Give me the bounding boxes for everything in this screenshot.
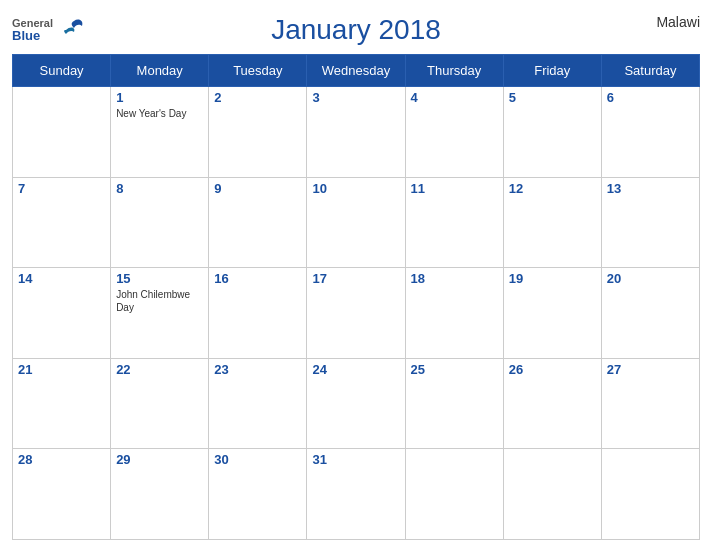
calendar-week-row: 78910111213 xyxy=(13,177,700,268)
calendar-week-row: 1415John Chilembwe Day1617181920 xyxy=(13,268,700,359)
day-number: 18 xyxy=(411,271,498,286)
day-number: 23 xyxy=(214,362,301,377)
day-number: 15 xyxy=(116,271,203,286)
calendar-cell: 22 xyxy=(111,358,209,449)
calendar-cell: 3 xyxy=(307,87,405,178)
calendar-cell: 1New Year's Day xyxy=(111,87,209,178)
day-number: 4 xyxy=(411,90,498,105)
calendar-cell: 15John Chilembwe Day xyxy=(111,268,209,359)
day-number: 1 xyxy=(116,90,203,105)
header-monday: Monday xyxy=(111,55,209,87)
calendar-page: General Blue January 2018 Malawi Sunday … xyxy=(0,0,712,550)
page-title: January 2018 xyxy=(271,14,441,46)
page-header: General Blue January 2018 Malawi xyxy=(12,10,700,54)
header-friday: Friday xyxy=(503,55,601,87)
header-tuesday: Tuesday xyxy=(209,55,307,87)
day-number: 14 xyxy=(18,271,105,286)
weekday-header-row: Sunday Monday Tuesday Wednesday Thursday… xyxy=(13,55,700,87)
calendar-cell: 28 xyxy=(13,449,111,540)
calendar-cell: 2 xyxy=(209,87,307,178)
day-number: 2 xyxy=(214,90,301,105)
calendar-week-row: 28293031 xyxy=(13,449,700,540)
logo: General Blue xyxy=(12,16,84,44)
calendar-cell: 13 xyxy=(601,177,699,268)
day-number: 30 xyxy=(214,452,301,467)
calendar-cell: 4 xyxy=(405,87,503,178)
day-number: 11 xyxy=(411,181,498,196)
country-label: Malawi xyxy=(656,14,700,30)
event-label: New Year's Day xyxy=(116,107,203,120)
calendar-cell: 10 xyxy=(307,177,405,268)
calendar-cell: 16 xyxy=(209,268,307,359)
calendar-week-row: 21222324252627 xyxy=(13,358,700,449)
logo-bird-icon xyxy=(56,16,84,44)
calendar-cell: 11 xyxy=(405,177,503,268)
calendar-cell: 30 xyxy=(209,449,307,540)
calendar-cell: 18 xyxy=(405,268,503,359)
calendar-cell: 29 xyxy=(111,449,209,540)
header-sunday: Sunday xyxy=(13,55,111,87)
calendar-cell: 20 xyxy=(601,268,699,359)
calendar-cell: 7 xyxy=(13,177,111,268)
day-number: 8 xyxy=(116,181,203,196)
day-number: 16 xyxy=(214,271,301,286)
calendar-cell: 24 xyxy=(307,358,405,449)
day-number: 9 xyxy=(214,181,301,196)
calendar-cell: 21 xyxy=(13,358,111,449)
day-number: 6 xyxy=(607,90,694,105)
day-number: 28 xyxy=(18,452,105,467)
day-number: 21 xyxy=(18,362,105,377)
calendar-cell xyxy=(503,449,601,540)
day-number: 7 xyxy=(18,181,105,196)
calendar-cell: 27 xyxy=(601,358,699,449)
calendar-cell: 26 xyxy=(503,358,601,449)
calendar-cell: 5 xyxy=(503,87,601,178)
calendar-cell xyxy=(13,87,111,178)
header-saturday: Saturday xyxy=(601,55,699,87)
day-number: 31 xyxy=(312,452,399,467)
day-number: 3 xyxy=(312,90,399,105)
event-label: John Chilembwe Day xyxy=(116,288,203,314)
calendar-cell: 9 xyxy=(209,177,307,268)
calendar-cell: 31 xyxy=(307,449,405,540)
day-number: 22 xyxy=(116,362,203,377)
day-number: 12 xyxy=(509,181,596,196)
day-number: 20 xyxy=(607,271,694,286)
logo-blue: Blue xyxy=(12,29,53,43)
header-thursday: Thursday xyxy=(405,55,503,87)
day-number: 13 xyxy=(607,181,694,196)
calendar-cell: 17 xyxy=(307,268,405,359)
calendar-cell: 14 xyxy=(13,268,111,359)
day-number: 5 xyxy=(509,90,596,105)
header-wednesday: Wednesday xyxy=(307,55,405,87)
calendar-cell: 12 xyxy=(503,177,601,268)
day-number: 27 xyxy=(607,362,694,377)
calendar-cell: 19 xyxy=(503,268,601,359)
day-number: 17 xyxy=(312,271,399,286)
day-number: 25 xyxy=(411,362,498,377)
day-number: 26 xyxy=(509,362,596,377)
day-number: 24 xyxy=(312,362,399,377)
calendar-cell: 23 xyxy=(209,358,307,449)
calendar-cell: 8 xyxy=(111,177,209,268)
calendar-cell xyxy=(601,449,699,540)
calendar-cell: 25 xyxy=(405,358,503,449)
day-number: 19 xyxy=(509,271,596,286)
calendar-week-row: 1New Year's Day23456 xyxy=(13,87,700,178)
calendar-cell xyxy=(405,449,503,540)
calendar-cell: 6 xyxy=(601,87,699,178)
calendar-table: Sunday Monday Tuesday Wednesday Thursday… xyxy=(12,54,700,540)
day-number: 10 xyxy=(312,181,399,196)
day-number: 29 xyxy=(116,452,203,467)
